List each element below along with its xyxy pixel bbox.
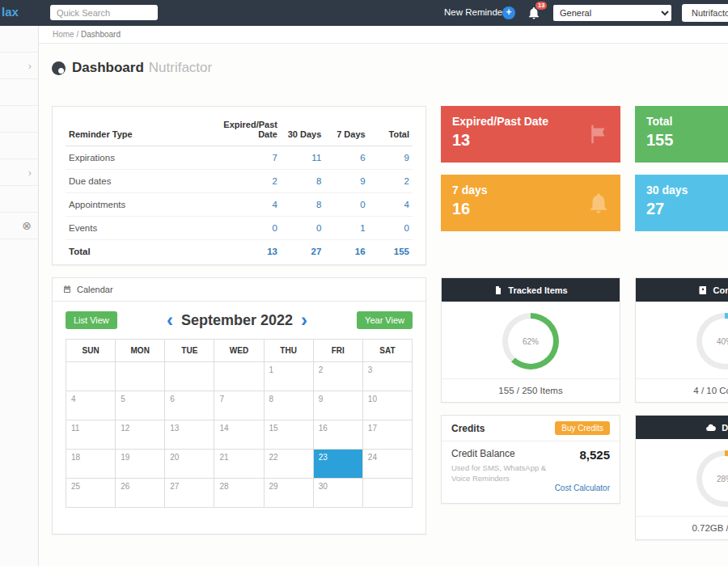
contacts-header: Contacts xyxy=(636,278,728,302)
calendar-day-cell[interactable]: 26 xyxy=(116,479,165,508)
calendar-day-cell[interactable]: 18 xyxy=(66,450,116,479)
reminder-count-link[interactable]: 0 xyxy=(324,193,368,217)
calendar-day-cell[interactable]: 13 xyxy=(165,420,214,450)
next-month-icon[interactable]: › xyxy=(298,313,311,327)
tracked-items-footer: 155 / 250 Items xyxy=(442,378,620,402)
contacts-percent: 40% xyxy=(717,337,728,346)
add-reminder-plus-icon[interactable]: + xyxy=(502,6,515,19)
breadcrumb-home-link[interactable]: Home xyxy=(53,30,74,39)
calendar-day-cell[interactable]: 21 xyxy=(214,450,264,479)
reminder-count-link[interactable]: 0 xyxy=(211,217,281,240)
search-input[interactable] xyxy=(50,5,158,20)
sidebar-item[interactable]: › xyxy=(0,53,38,79)
calendar-day-cell[interactable]: 7 xyxy=(214,391,264,420)
credits-body: Credit Balance 8,525 Used for SMS, Whats… xyxy=(442,441,620,499)
calendar-day-cell[interactable]: 24 xyxy=(362,450,412,479)
reminder-count-link[interactable]: 8 xyxy=(281,193,324,217)
reminder-count-link[interactable]: 1 xyxy=(324,217,368,240)
stat-tile-expired[interactable]: Expired/Past Date 13 xyxy=(441,106,620,163)
calendar-empty-cell xyxy=(214,362,264,391)
buy-credits-button[interactable]: Buy Credits xyxy=(555,421,610,435)
calendar-grid: SUNMONTUEWEDTHUFRISAT 123456789101112131… xyxy=(66,339,413,508)
reminder-count-link[interactable]: 13 xyxy=(211,240,281,264)
reminder-count-link[interactable]: 2 xyxy=(211,170,281,193)
reminder-count-link[interactable]: 4 xyxy=(211,193,281,217)
credit-balance-row: Credit Balance 8,525 xyxy=(451,448,610,462)
reminder-count-link[interactable]: 9 xyxy=(324,170,368,193)
reminder-count-link[interactable]: 6 xyxy=(324,146,368,170)
year-view-button[interactable]: Year View xyxy=(357,311,413,329)
calendar-day-header: SAT xyxy=(362,340,412,362)
calendar-day-cell[interactable]: 20 xyxy=(165,450,214,479)
reminder-count-link[interactable]: 0 xyxy=(281,217,324,240)
new-reminder-button[interactable]: New Reminder xyxy=(444,7,506,17)
calendar-day-cell[interactable]: 27 xyxy=(165,479,214,508)
breadcrumb-bar: Home / Dashboard xyxy=(39,26,728,44)
calendar-day-header: TUE xyxy=(165,340,214,362)
sidebar-item xyxy=(0,106,38,133)
calendar-day-cell[interactable]: 10 xyxy=(362,391,412,420)
account-select[interactable]: General xyxy=(553,5,671,21)
calendar-day-cell[interactable]: 19 xyxy=(116,450,165,479)
calendar-card: Calendar List View ‹ September 2022 › Ye… xyxy=(52,277,426,534)
list-view-button[interactable]: List View xyxy=(66,311,117,329)
chevron-right-icon: › xyxy=(28,167,32,179)
calendar-day-cell[interactable]: 11 xyxy=(66,420,116,450)
calendar-day-cell[interactable]: 15 xyxy=(264,420,313,450)
profile-button[interactable]: Nutrifactor xyxy=(682,4,728,22)
page-header: Dashboard Nutrifactor xyxy=(52,60,212,76)
sidebar-item[interactable]: ⊗ xyxy=(0,213,38,239)
calendar-day-cell[interactable]: 29 xyxy=(264,479,313,508)
calendar-day-cell[interactable]: 2 xyxy=(313,362,362,391)
calendar-day-cell[interactable]: 5 xyxy=(116,391,165,420)
stat-tile-7-days[interactable]: 7 days 16 xyxy=(441,175,620,231)
reminder-count-link[interactable]: 0 xyxy=(369,217,413,240)
breadcrumb: Home / Dashboard xyxy=(39,26,728,39)
calendar-day-header: THU xyxy=(264,340,313,362)
calendar-day-cell[interactable]: 8 xyxy=(264,391,313,420)
calendar-day-cell[interactable]: 1 xyxy=(264,362,313,391)
calendar-day-cell[interactable]: 25 xyxy=(66,479,116,508)
calendar-day-cell[interactable]: 4 xyxy=(66,391,116,420)
calendar-day-cell[interactable]: 6 xyxy=(165,391,214,420)
calendar-day-cell[interactable]: 9 xyxy=(313,391,362,420)
calendar-day-cell[interactable]: 17 xyxy=(362,420,412,450)
credits-card: Credits Buy Credits Credit Balance 8,525… xyxy=(441,415,620,504)
reminder-count-link[interactable]: 16 xyxy=(324,240,368,264)
app-logo[interactable]: lax xyxy=(2,5,19,19)
calendar-day-cell[interactable]: 14 xyxy=(214,420,264,450)
account-avatar-icon xyxy=(52,61,66,75)
reminder-count-link[interactable]: 8 xyxy=(281,170,324,193)
reminder-count-link[interactable]: 4 xyxy=(369,193,413,217)
reminder-count-link[interactable]: 155 xyxy=(369,240,413,264)
cost-calculator-link[interactable]: Cost Calculator xyxy=(555,484,610,492)
table-row: Due dates2892 xyxy=(66,170,413,193)
reminder-count-link[interactable]: 7 xyxy=(211,146,281,170)
contacts-donut: 40% xyxy=(696,313,728,370)
calendar-day-cell[interactable]: 22 xyxy=(264,450,313,479)
sidebar-item[interactable]: › xyxy=(0,159,38,186)
main-content: Dashboard Nutrifactor Reminder Type Expi… xyxy=(39,44,728,566)
calendar-week-row: 123 xyxy=(66,362,413,391)
deactivate-icon: ⊗ xyxy=(22,219,32,232)
calendar-month-title: September 2022 xyxy=(181,312,293,329)
stat-tile-30-days[interactable]: 30 days 27 xyxy=(635,175,728,231)
calendar-day-cell[interactable]: 23 xyxy=(313,450,362,479)
calendar-day-headers: SUNMONTUEWEDTHUFRISAT xyxy=(66,340,413,362)
calendar-day-cell[interactable]: 28 xyxy=(214,479,264,508)
reminder-count-link[interactable]: 27 xyxy=(281,240,324,264)
calendar-day-cell[interactable]: 3 xyxy=(362,362,412,391)
top-navbar: lax New Reminder + 13 General Nutrifacto… xyxy=(0,0,728,26)
reminder-count-link[interactable]: 9 xyxy=(369,146,413,170)
contacts-card: Contacts 40% 4 / 10 Contacts xyxy=(635,277,728,403)
prev-month-icon[interactable]: ‹ xyxy=(163,313,176,327)
stat-tile-total[interactable]: Total 155 xyxy=(635,106,728,163)
drive-title: Drive xyxy=(722,423,728,433)
bell-icon xyxy=(586,191,611,215)
reminder-count-link[interactable]: 2 xyxy=(369,170,413,193)
reminder-count-link[interactable]: 11 xyxy=(281,146,324,170)
calendar-day-cell[interactable]: 30 xyxy=(313,479,362,508)
calendar-day-cell[interactable]: 12 xyxy=(116,420,165,450)
calendar-day-cell[interactable]: 16 xyxy=(313,420,362,450)
stat-tile-value: 155 xyxy=(646,131,728,150)
